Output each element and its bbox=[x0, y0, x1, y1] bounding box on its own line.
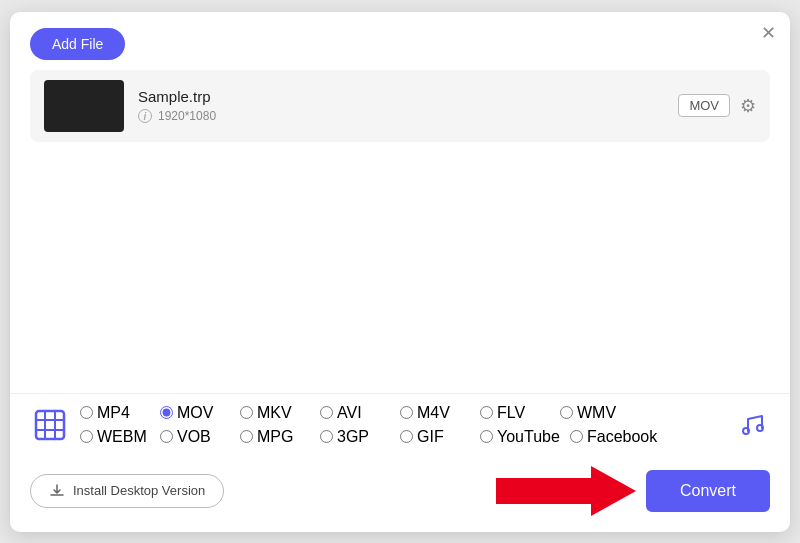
svg-marker-7 bbox=[496, 466, 636, 516]
format-option-flv[interactable]: FLV bbox=[480, 404, 560, 422]
svg-point-6 bbox=[757, 425, 763, 431]
file-resolution: 1920*1080 bbox=[158, 109, 216, 123]
format-option-facebook[interactable]: Facebook bbox=[570, 428, 660, 446]
format-label-wmv: WMV bbox=[577, 404, 616, 422]
format-option-gif[interactable]: GIF bbox=[400, 428, 480, 446]
format-radio-avi[interactable] bbox=[320, 406, 333, 419]
audio-format-icon[interactable] bbox=[734, 407, 770, 443]
file-name: Sample.trp bbox=[138, 88, 664, 105]
format-label-flv: FLV bbox=[497, 404, 525, 422]
format-radio-facebook[interactable] bbox=[570, 430, 583, 443]
format-option-mpg[interactable]: MPG bbox=[240, 428, 320, 446]
main-window: ✕ Add File Sample.trp i 1920*1080 MOV ⚙ bbox=[10, 12, 790, 532]
file-thumbnail bbox=[44, 80, 124, 132]
file-actions: MOV ⚙ bbox=[678, 94, 756, 117]
add-file-button[interactable]: Add File bbox=[30, 28, 125, 60]
format-option-mkv[interactable]: MKV bbox=[240, 404, 320, 422]
format-selector: MP4 MOV MKV AVI bbox=[10, 394, 790, 456]
format-row-1: MP4 MOV MKV AVI bbox=[80, 404, 724, 422]
format-radio-mpg[interactable] bbox=[240, 430, 253, 443]
format-radio-flv[interactable] bbox=[480, 406, 493, 419]
format-label-3gp: 3GP bbox=[337, 428, 369, 446]
format-option-mp4[interactable]: MP4 bbox=[80, 404, 160, 422]
file-list: Sample.trp i 1920*1080 MOV ⚙ bbox=[10, 70, 790, 142]
format-option-youtube[interactable]: YouTube bbox=[480, 428, 570, 446]
format-radio-gif[interactable] bbox=[400, 430, 413, 443]
format-options-container: MP4 MOV MKV AVI bbox=[80, 404, 724, 446]
file-item: Sample.trp i 1920*1080 MOV ⚙ bbox=[30, 70, 770, 142]
format-option-avi[interactable]: AVI bbox=[320, 404, 400, 422]
format-label-youtube: YouTube bbox=[497, 428, 560, 446]
format-label-gif: GIF bbox=[417, 428, 444, 446]
file-meta: i 1920*1080 bbox=[138, 109, 664, 123]
format-option-m4v[interactable]: M4V bbox=[400, 404, 480, 422]
file-info: Sample.trp i 1920*1080 bbox=[138, 88, 664, 123]
gear-icon[interactable]: ⚙ bbox=[740, 95, 756, 117]
format-label-m4v: M4V bbox=[417, 404, 450, 422]
convert-button[interactable]: Convert bbox=[646, 470, 770, 512]
format-label-mpg: MPG bbox=[257, 428, 293, 446]
bottom-section: MP4 MOV MKV AVI bbox=[10, 393, 790, 532]
red-arrow-icon bbox=[496, 466, 636, 516]
format-label-webm: WEBM bbox=[97, 428, 147, 446]
install-label: Install Desktop Version bbox=[73, 483, 205, 498]
format-label-mp4: MP4 bbox=[97, 404, 130, 422]
format-row-2: WEBM VOB MPG 3GP bbox=[80, 428, 724, 446]
format-option-vob[interactable]: VOB bbox=[160, 428, 240, 446]
top-bar: Add File bbox=[10, 12, 790, 70]
format-option-mov[interactable]: MOV bbox=[160, 404, 240, 422]
download-icon bbox=[49, 483, 65, 499]
format-option-wmv[interactable]: WMV bbox=[560, 404, 640, 422]
format-label-mov: MOV bbox=[177, 404, 213, 422]
info-icon: i bbox=[138, 109, 152, 123]
video-format-icon[interactable] bbox=[30, 405, 70, 445]
format-option-3gp[interactable]: 3GP bbox=[320, 428, 400, 446]
format-label-vob: VOB bbox=[177, 428, 211, 446]
format-radio-webm[interactable] bbox=[80, 430, 93, 443]
format-radio-3gp[interactable] bbox=[320, 430, 333, 443]
format-radio-mp4[interactable] bbox=[80, 406, 93, 419]
install-desktop-button[interactable]: Install Desktop Version bbox=[30, 474, 224, 508]
format-radio-vob[interactable] bbox=[160, 430, 173, 443]
format-radio-wmv[interactable] bbox=[560, 406, 573, 419]
format-label-facebook: Facebook bbox=[587, 428, 657, 446]
format-radio-m4v[interactable] bbox=[400, 406, 413, 419]
format-label-avi: AVI bbox=[337, 404, 362, 422]
format-radio-mov[interactable] bbox=[160, 406, 173, 419]
close-button[interactable]: ✕ bbox=[761, 24, 776, 42]
format-radio-youtube[interactable] bbox=[480, 430, 493, 443]
format-label-mkv: MKV bbox=[257, 404, 292, 422]
format-badge-button[interactable]: MOV bbox=[678, 94, 730, 117]
format-radio-mkv[interactable] bbox=[240, 406, 253, 419]
format-option-webm[interactable]: WEBM bbox=[80, 428, 160, 446]
svg-rect-0 bbox=[36, 411, 64, 439]
arrow-area: Convert bbox=[234, 466, 770, 516]
svg-point-5 bbox=[743, 428, 749, 434]
action-bar: Install Desktop Version Convert bbox=[10, 456, 790, 532]
